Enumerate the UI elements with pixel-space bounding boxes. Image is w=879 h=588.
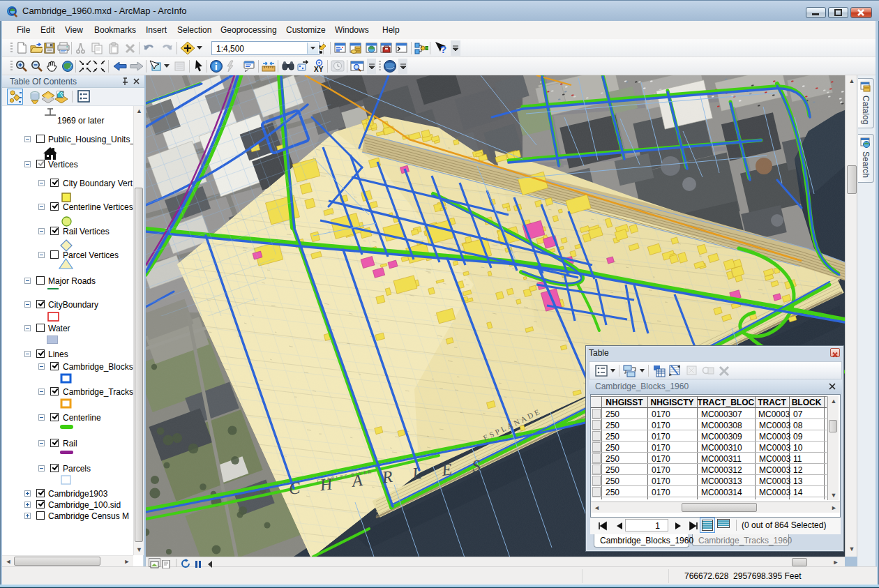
svg-text:?: ?: [440, 43, 446, 55]
svg-text:XY: XY: [314, 66, 324, 73]
